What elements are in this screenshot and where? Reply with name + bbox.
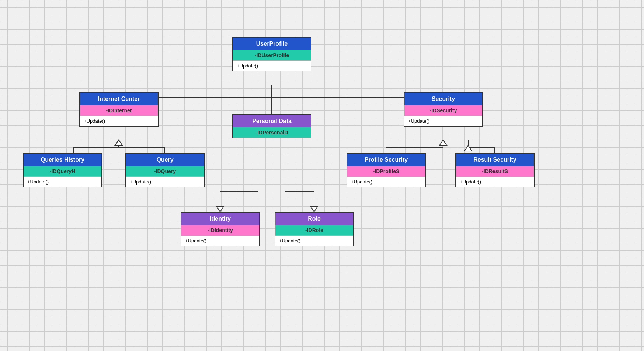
class-attr-security: -IDSecurity <box>404 105 482 116</box>
class-method-security: +Update() <box>404 116 482 126</box>
uml-class-role: Role -IDRole +Update() <box>275 212 354 246</box>
svg-marker-21 <box>310 206 318 212</box>
uml-class-security: Security -IDSecurity +Update() <box>404 92 483 127</box>
svg-marker-17 <box>216 206 224 212</box>
class-attr-personaldata: -IDPersonalD <box>233 127 311 138</box>
class-method-internetcenter: +Update() <box>80 116 158 126</box>
class-attr-identity: -IDIdentity <box>181 225 259 235</box>
class-name-profilesecurity: Profile Security <box>347 154 425 166</box>
class-method-querieshistory: +Update() <box>24 176 101 187</box>
uml-class-identity: Identity -IDIdentity +Update() <box>181 212 260 246</box>
class-attr-profilesecurity: -IDProfileS <box>347 166 425 176</box>
class-name-resultsecurity: Result Security <box>456 154 534 166</box>
class-attr-userprofile: -IDUserProfile <box>233 50 311 60</box>
class-attr-internetcenter: -IDInternet <box>80 105 158 116</box>
class-method-query: +Update() <box>126 176 204 187</box>
class-name-role: Role <box>275 213 353 225</box>
class-name-query: Query <box>126 154 204 166</box>
diagram-container: UserProfile -IDUserProfile +Update() Int… <box>0 0 644 351</box>
class-attr-resultsecurity: -IDResultS <box>456 166 534 176</box>
class-name-personaldata: Personal Data <box>233 115 311 127</box>
uml-class-profilesecurity: Profile Security -IDProfileS +Update() <box>347 153 426 187</box>
uml-class-userprofile: UserProfile -IDUserProfile +Update() <box>232 37 311 71</box>
class-name-userprofile: UserProfile <box>233 38 311 50</box>
svg-marker-26 <box>439 140 447 145</box>
class-method-resultsecurity: +Update() <box>456 176 534 187</box>
class-attr-role: -IDRole <box>275 225 353 235</box>
class-method-profilesecurity: +Update() <box>347 176 425 187</box>
uml-class-query: Query -IDQuery +Update() <box>125 153 205 187</box>
svg-marker-10 <box>115 140 122 145</box>
uml-class-resultsecurity: Result Security -IDResultS +Update() <box>455 153 535 187</box>
class-method-role: +Update() <box>275 235 353 246</box>
class-method-userprofile: +Update() <box>233 60 311 71</box>
uml-class-personaldata: Personal Data -IDPersonalD <box>232 114 311 138</box>
svg-marker-29 <box>464 145 472 151</box>
class-attr-querieshistory: -IDQueryH <box>24 166 101 176</box>
svg-marker-13 <box>115 140 122 145</box>
uml-class-internetcenter: Internet Center -IDInternet +Update() <box>79 92 159 127</box>
class-name-security: Security <box>404 93 482 105</box>
class-method-identity: +Update() <box>181 235 259 246</box>
class-name-querieshistory: Queries History <box>24 154 101 166</box>
class-name-identity: Identity <box>181 213 259 225</box>
class-name-internetcenter: Internet Center <box>80 93 158 105</box>
class-attr-query: -IDQuery <box>126 166 204 176</box>
uml-class-querieshistory: Queries History -IDQueryH +Update() <box>23 153 102 187</box>
